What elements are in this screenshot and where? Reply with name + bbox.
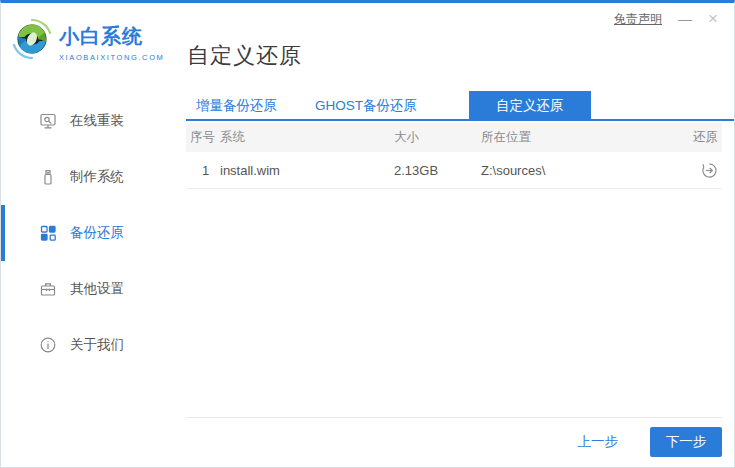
next-step-button[interactable]: 下一步 — [650, 427, 722, 457]
sidebar-item-online-reinstall[interactable]: 在线重装 — [1, 93, 186, 149]
sidebar-item-label: 其他设置 — [70, 280, 124, 298]
sidebar-item-about-us[interactable]: 关于我们 — [1, 317, 186, 373]
cell-size: 2.13GB — [394, 163, 481, 178]
sidebar-item-backup-restore[interactable]: 备份还原 — [1, 205, 186, 261]
app-logo-icon — [9, 16, 55, 62]
previous-step-button[interactable]: 上一步 — [578, 433, 619, 451]
sidebar: 在线重装 制作系统 备份还原 — [1, 93, 186, 373]
window-controls: 免责声明 — × — [614, 9, 718, 29]
brand-name: 小白系统 — [59, 23, 164, 50]
sidebar-item-label: 关于我们 — [70, 336, 124, 354]
tab-custom-restore[interactable]: 自定义还原 — [469, 91, 591, 119]
tab-ghost-backup-restore[interactable]: GHOST备份还原 — [305, 91, 427, 119]
restore-table: 序号 系统 大小 所在位置 还原 1 install.wim 2.13GB Z:… — [186, 123, 722, 189]
cell-location: Z:\sources\ — [481, 163, 662, 178]
cell-index: 1 — [186, 163, 220, 178]
monitor-reinstall-icon — [39, 112, 57, 130]
minimize-icon[interactable]: — — [678, 9, 692, 29]
toolbox-icon — [39, 280, 57, 298]
page-title: 自定义还原 — [187, 41, 302, 71]
table-header-row: 序号 系统 大小 所在位置 还原 — [186, 123, 722, 152]
cell-restore-action — [662, 162, 722, 179]
usb-drive-icon — [39, 168, 57, 186]
disclaimer-link[interactable]: 免责声明 — [614, 11, 662, 28]
sidebar-item-label: 制作系统 — [70, 168, 124, 186]
sidebar-item-other-settings[interactable]: 其他设置 — [1, 261, 186, 317]
restore-history-icon[interactable] — [701, 162, 718, 179]
col-header-size: 大小 — [394, 129, 481, 146]
close-icon[interactable]: × — [708, 9, 718, 29]
col-header-location: 所在位置 — [481, 129, 662, 146]
brand-block: 小白系统 XIAOBAIXITONG.COM — [59, 23, 164, 62]
sidebar-item-label: 备份还原 — [70, 224, 124, 242]
footer-actions: 上一步 下一步 — [578, 427, 723, 457]
tab-bar: 增量备份还原 GHOST备份还原 自定义还原 — [186, 91, 734, 121]
col-header-restore: 还原 — [662, 129, 722, 146]
tiles-grid-icon — [39, 224, 57, 242]
sidebar-item-make-system[interactable]: 制作系统 — [1, 149, 186, 205]
col-header-system: 系统 — [220, 129, 394, 146]
footer-divider — [186, 417, 722, 418]
app-window: 小白系统 XIAOBAIXITONG.COM 免责声明 — × 在线重装 — [0, 0, 735, 468]
cell-system: install.wim — [220, 163, 394, 178]
info-circle-icon — [39, 336, 57, 354]
col-header-index: 序号 — [186, 129, 220, 146]
tab-incremental-backup-restore[interactable]: 增量备份还原 — [186, 91, 287, 119]
table-row: 1 install.wim 2.13GB Z:\sources\ — [186, 152, 722, 189]
sidebar-item-label: 在线重装 — [70, 112, 124, 130]
brand-domain: XIAOBAIXITONG.COM — [59, 53, 164, 62]
